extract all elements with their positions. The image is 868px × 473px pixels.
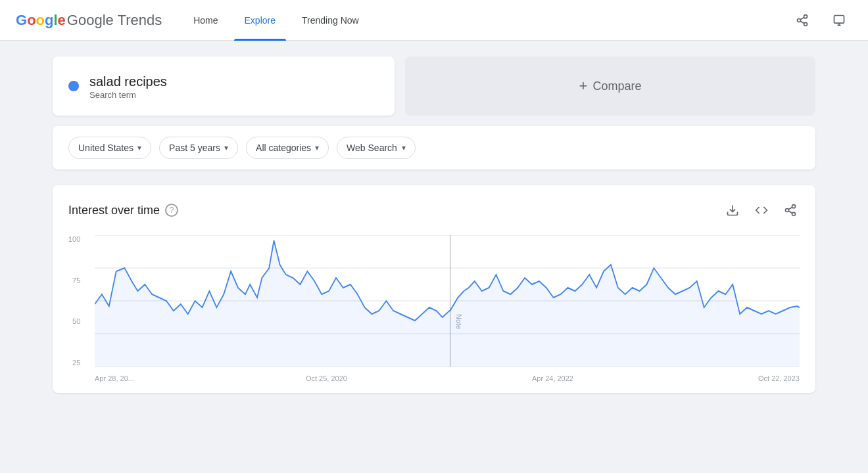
svg-rect-5 xyxy=(834,15,844,23)
main-nav: Home Explore Trending Now xyxy=(183,0,789,41)
nav-explore[interactable]: Explore xyxy=(234,0,286,41)
chart-share-button[interactable] xyxy=(781,201,800,219)
x-label-0: Apr 28, 20... xyxy=(95,374,134,382)
compare-plus-icon: + xyxy=(579,78,588,95)
filter-category-label: All categories xyxy=(256,143,311,153)
search-term: salad recipes xyxy=(89,73,167,90)
chart-card: Interest over time ? xyxy=(53,185,815,393)
svg-line-4 xyxy=(800,17,804,19)
filter-location[interactable]: United States ▾ xyxy=(68,137,151,159)
filter-time-label: Past 5 years xyxy=(169,143,220,153)
logo: Google Google Trends xyxy=(16,12,162,29)
chart-header: Interest over time ? xyxy=(68,201,800,219)
google-logo: Google xyxy=(16,12,66,29)
compare-card[interactable]: + Compare xyxy=(405,56,815,116)
filter-search-type[interactable]: Web Search ▾ xyxy=(337,137,416,159)
app-title: Google Trends xyxy=(67,12,162,29)
svg-point-1 xyxy=(798,18,801,22)
filter-category[interactable]: All categories ▾ xyxy=(246,137,329,159)
dropdown-arrow-search-type: ▾ xyxy=(402,143,406,152)
main-content: salad recipes Search term + Compare Unit… xyxy=(0,41,868,409)
search-dot xyxy=(68,81,79,91)
svg-line-12 xyxy=(788,211,792,213)
search-type: Search term xyxy=(89,90,167,100)
nav-home[interactable]: Home xyxy=(183,0,228,41)
header: Google Google Trends Home Explore Trendi… xyxy=(0,0,868,41)
svg-line-13 xyxy=(788,207,792,209)
y-label-50: 50 xyxy=(68,317,80,325)
x-label-3: Oct 22, 2023 xyxy=(758,374,800,382)
y-label-75: 75 xyxy=(68,277,80,284)
header-actions xyxy=(789,7,852,34)
chart-actions xyxy=(723,201,800,219)
filter-bar: United States ▾ Past 5 years ▾ All categ… xyxy=(53,126,815,169)
compare-button[interactable]: + Compare xyxy=(579,78,642,95)
chart-area: 100 75 50 25 Note xyxy=(95,235,800,382)
chart-download-button[interactable] xyxy=(723,201,742,219)
feedback-button[interactable] xyxy=(826,7,852,34)
share-button[interactable] xyxy=(789,7,815,34)
search-section: salad recipes Search term + Compare xyxy=(53,56,815,116)
svg-point-9 xyxy=(792,205,796,208)
x-axis-labels: Apr 28, 20... Oct 25, 2020 Apr 24, 2022 … xyxy=(95,374,800,382)
nav-trending-now[interactable]: Trending Now xyxy=(291,0,370,41)
dropdown-arrow-time: ▾ xyxy=(224,143,228,152)
svg-line-3 xyxy=(800,21,804,23)
y-label-100: 100 xyxy=(68,235,80,243)
dropdown-arrow-category: ▾ xyxy=(315,143,319,152)
dropdown-arrow-location: ▾ xyxy=(137,143,141,152)
x-label-2: Apr 24, 2022 xyxy=(532,374,573,382)
filter-location-label: United States xyxy=(78,143,133,153)
search-card: salad recipes Search term xyxy=(53,56,395,116)
y-label-25: 25 xyxy=(68,359,80,367)
svg-point-2 xyxy=(804,22,808,26)
chart-title: Interest over time xyxy=(68,204,160,217)
svg-marker-21 xyxy=(95,240,800,367)
svg-point-11 xyxy=(792,212,796,215)
filter-time[interactable]: Past 5 years ▾ xyxy=(159,137,238,159)
x-label-1: Oct 25, 2020 xyxy=(306,374,347,382)
filter-search-type-label: Web Search xyxy=(347,143,397,153)
help-icon[interactable]: ? xyxy=(165,204,178,217)
svg-point-0 xyxy=(804,14,808,18)
y-axis-labels: 100 75 50 25 xyxy=(68,235,80,367)
compare-label: Compare xyxy=(592,79,641,93)
chart-svg: Note xyxy=(95,235,800,367)
svg-point-10 xyxy=(786,209,789,212)
chart-title-row: Interest over time ? xyxy=(68,204,178,217)
search-info: salad recipes Search term xyxy=(89,73,167,100)
chart-embed-button[interactable] xyxy=(752,201,771,219)
